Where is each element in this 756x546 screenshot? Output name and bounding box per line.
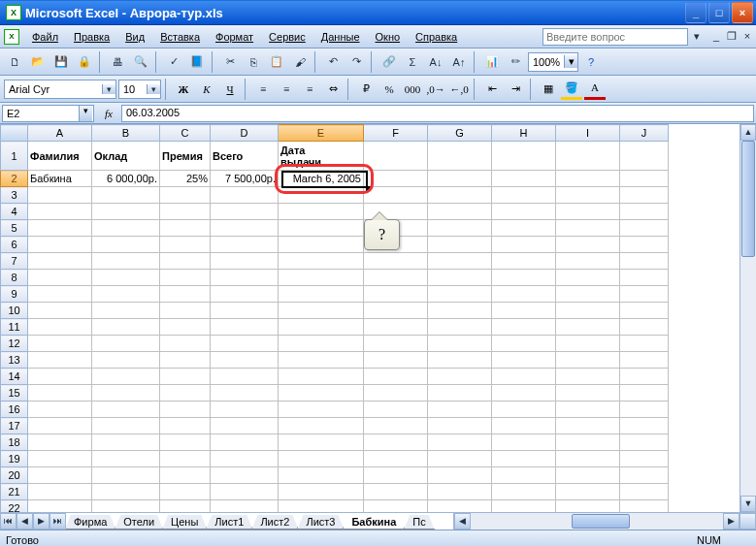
cell-I19[interactable] (556, 451, 620, 467)
cell-C5[interactable] (160, 220, 211, 237)
cell-G8[interactable] (428, 270, 492, 286)
hyperlink-button[interactable]: 🔗 (378, 51, 400, 73)
row-header-9[interactable]: 9 (1, 286, 28, 303)
sheet-tab-Лист2[interactable]: Лист2 (251, 515, 298, 530)
cell-G18[interactable] (428, 434, 492, 451)
row-header-21[interactable]: 21 (1, 484, 28, 500)
sheet-tab-Цены[interactable]: Цены (162, 515, 207, 530)
cell-I16[interactable] (556, 401, 620, 418)
cell-C11[interactable] (160, 319, 211, 336)
fill-color-button[interactable]: 🪣 (561, 79, 582, 100)
cell-A5[interactable] (28, 220, 92, 237)
cell-C4[interactable] (160, 204, 211, 220)
cell-E15[interactable] (279, 385, 364, 401)
cell-F17[interactable] (364, 418, 428, 434)
cell-B3[interactable] (92, 187, 160, 204)
cell-F1[interactable] (364, 142, 428, 171)
cell-G4[interactable] (428, 204, 492, 220)
help-button[interactable]: ? (580, 51, 602, 73)
close-button[interactable]: × (732, 2, 753, 23)
cell-E22[interactable] (279, 500, 364, 513)
sheet-tab-Отели[interactable]: Отели (115, 515, 163, 530)
cell-H2[interactable] (492, 171, 556, 187)
cell-D4[interactable] (211, 204, 279, 220)
cell-H10[interactable] (492, 303, 556, 319)
size-dropdown-icon[interactable]: ▾ (147, 84, 160, 94)
sheet-tab-Лист3[interactable]: Лист3 (297, 515, 344, 530)
cell-I21[interactable] (556, 484, 620, 500)
research-button[interactable]: 📘 (186, 51, 208, 73)
cell-D10[interactable] (211, 303, 279, 319)
row-header-4[interactable]: 4 (1, 204, 28, 220)
cell-B15[interactable] (92, 385, 160, 401)
cell-C18[interactable] (160, 434, 211, 451)
autosum-button[interactable]: Σ (402, 51, 423, 73)
cell-E11[interactable] (279, 319, 364, 336)
row-header-13[interactable]: 13 (1, 352, 28, 369)
menu-window[interactable]: Окно (369, 28, 408, 46)
scroll-right-button[interactable]: ▶ (723, 513, 740, 530)
cell-D15[interactable] (211, 385, 279, 401)
col-header-I[interactable]: I (556, 125, 620, 142)
tab-nav-prev[interactable]: ◀ (16, 513, 33, 530)
cell-J8[interactable] (620, 270, 669, 286)
cell-B18[interactable] (92, 434, 160, 451)
cell-F16[interactable] (364, 401, 428, 418)
cell-D11[interactable] (211, 319, 279, 336)
cell-E4[interactable] (279, 204, 364, 220)
cell-F13[interactable] (364, 352, 428, 369)
cell-H17[interactable] (492, 418, 556, 434)
row-header-8[interactable]: 8 (1, 270, 28, 286)
cell-B1[interactable]: Оклад (92, 142, 160, 171)
cell-H18[interactable] (492, 434, 556, 451)
maximize-button[interactable]: □ (708, 2, 730, 23)
cell-I12[interactable] (556, 336, 620, 352)
row-header-15[interactable]: 15 (1, 385, 28, 401)
cell-I13[interactable] (556, 352, 620, 369)
cell-I4[interactable] (556, 204, 620, 220)
cell-C13[interactable] (160, 352, 211, 369)
cell-E12[interactable] (279, 336, 364, 352)
cell-J3[interactable] (620, 187, 669, 204)
row-header-22[interactable]: 22 (1, 500, 28, 513)
cell-H21[interactable] (492, 484, 556, 500)
cell-C6[interactable] (160, 237, 211, 253)
cell-B21[interactable] (92, 484, 160, 500)
cell-G22[interactable] (428, 500, 492, 513)
cell-B14[interactable] (92, 369, 160, 385)
currency-button[interactable]: ₽ (355, 79, 377, 100)
cell-D9[interactable] (211, 286, 279, 303)
cell-J20[interactable] (620, 467, 669, 484)
increase-indent-button[interactable]: ⇥ (505, 79, 526, 100)
cell-C2[interactable]: 25% (160, 171, 211, 187)
cell-G17[interactable] (428, 418, 492, 434)
cell-D18[interactable] (211, 434, 279, 451)
cell-B16[interactable] (92, 401, 160, 418)
cell-C17[interactable] (160, 418, 211, 434)
cell-F18[interactable] (364, 434, 428, 451)
cell-I1[interactable] (556, 142, 620, 171)
cell-F8[interactable] (364, 270, 428, 286)
cell-G1[interactable] (428, 142, 492, 171)
cell-I3[interactable] (556, 187, 620, 204)
font-combo[interactable]: ▾ (4, 80, 116, 99)
cell-D5[interactable] (211, 220, 279, 237)
minimize-button[interactable]: _ (685, 2, 707, 23)
zoom-dropdown-icon[interactable]: ▾ (564, 55, 577, 68)
cell-J16[interactable] (620, 401, 669, 418)
cell-C12[interactable] (160, 336, 211, 352)
cell-F3[interactable] (364, 187, 428, 204)
cell-D13[interactable] (211, 352, 279, 369)
cell-H9[interactable] (492, 286, 556, 303)
cell-G16[interactable] (428, 401, 492, 418)
cell-D20[interactable] (211, 467, 279, 484)
hscroll-thumb[interactable] (572, 514, 630, 529)
cell-G19[interactable] (428, 451, 492, 467)
tab-nav-last[interactable]: ⏭ (49, 513, 66, 530)
cell-H20[interactable] (492, 467, 556, 484)
cell-B19[interactable] (92, 451, 160, 467)
cell-F2[interactable] (364, 171, 428, 187)
row-header-2[interactable]: 2 (1, 171, 28, 187)
cell-J4[interactable] (620, 204, 669, 220)
name-box-input[interactable] (3, 106, 79, 121)
